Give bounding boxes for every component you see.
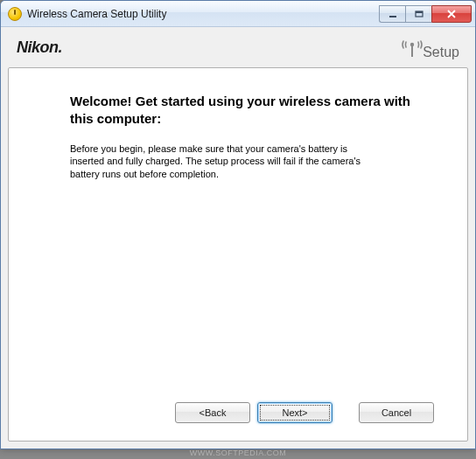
window-controls (379, 5, 472, 23)
maximize-button[interactable] (405, 5, 431, 23)
wireless-icon (400, 36, 424, 59)
watermark-footer: WWW.SOFTPEDIA.COM (0, 449, 476, 457)
header-row: Nikon. Setup (8, 32, 468, 67)
setup-logo-text: Setup (423, 45, 459, 60)
close-icon (446, 10, 457, 18)
svg-rect-0 (389, 16, 396, 17)
welcome-body: Before you begin, please make sure that … (70, 143, 368, 182)
content-panel: Welcome! Get started using your wireless… (8, 67, 468, 442)
app-icon (8, 7, 22, 21)
close-button[interactable] (431, 5, 472, 23)
window-title: Wireless Camera Setup Utility (27, 8, 379, 20)
titlebar[interactable]: Wireless Camera Setup Utility (1, 1, 475, 27)
minimize-button[interactable] (379, 5, 405, 23)
minimize-icon (388, 10, 397, 17)
welcome-heading: Welcome! Get started using your wireless… (70, 93, 434, 129)
app-body: Nikon. Setup Welcome! Get started using … (1, 27, 475, 449)
next-button[interactable]: Next> (257, 402, 332, 423)
back-button[interactable]: <Back (175, 402, 250, 423)
maximize-icon (415, 10, 424, 17)
app-window: Wireless Camera Setup Utility Nikon. (0, 0, 476, 449)
cancel-button[interactable]: Cancel (359, 402, 434, 423)
brand-logo: Nikon. (17, 38, 62, 57)
svg-rect-4 (411, 45, 413, 57)
setup-logo: Setup (400, 36, 459, 59)
wizard-button-row: <Back Next> Cancel (70, 390, 434, 423)
svg-rect-2 (416, 11, 423, 13)
